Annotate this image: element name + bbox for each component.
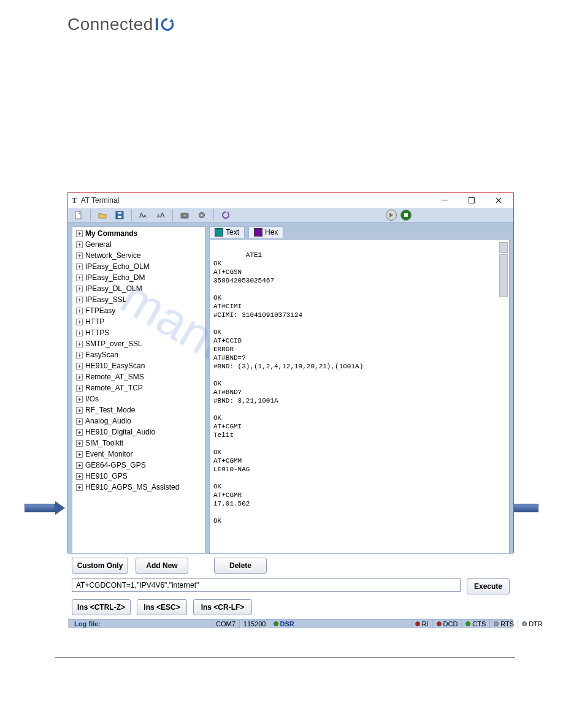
expand-icon[interactable] [76,440,83,447]
expand-icon[interactable] [76,308,83,314]
svg-point-13 [201,214,202,216]
scrollbar-thumb[interactable] [499,254,508,297]
svg-rect-5 [118,212,121,214]
tree-item[interactable]: HE910_AGPS_MS_Assisted [72,482,205,493]
tree-item[interactable]: General [72,239,205,250]
expand-icon[interactable] [76,275,83,281]
open-button[interactable] [96,208,109,222]
status-baud: 115200 [239,620,270,628]
tree-item[interactable]: HE910_Digital_Audio [72,427,205,438]
tree-item[interactable]: SMTP_over_SSL [72,338,205,349]
execute-button[interactable]: Execute [467,578,510,594]
svg-point-11 [183,214,186,218]
expand-icon[interactable] [76,385,83,392]
expand-icon[interactable] [76,407,83,414]
stop-button[interactable] [400,210,412,221]
font-larger-icon: AA [139,210,148,220]
save-button[interactable] [113,208,126,222]
tree-item[interactable]: IPEasy_SSL [72,294,205,305]
led-icon [494,621,499,626]
tree-item[interactable]: I/Os [72,393,205,404]
expand-icon[interactable] [76,374,83,381]
play-button[interactable] [386,210,397,221]
tree-item[interactable]: SIM_Toolkit [72,438,205,449]
maximize-button[interactable] [458,193,485,208]
close-button[interactable] [485,193,512,208]
tree-item-label: SMTP_over_SSL [85,339,142,349]
tree-item[interactable]: Event_Monitor [72,449,205,460]
tab-hex-swatch [254,228,262,237]
expand-icon[interactable] [76,451,83,458]
tree-item[interactable]: RF_Test_Mode [72,404,205,415]
terminal-text: ATE1 OK AT+CGSN 358942053025467 OK AT#CI… [213,251,363,525]
status-signal-label: DSR [280,620,294,628]
font-smaller-button[interactable]: AA [154,208,167,222]
expand-icon[interactable] [76,418,83,425]
snapshot-button[interactable] [178,208,191,222]
terminal-output[interactable]: ATE1 OK AT+CGSN 358942053025467 OK AT#CI… [209,239,510,554]
command-input[interactable] [72,578,461,592]
expand-icon[interactable] [76,252,83,259]
tree-item-label: Remote_AT_SMS [85,372,144,382]
status-signal-label: RI [422,620,429,628]
tree-item[interactable]: Analog_Audio [72,415,205,427]
delete-button[interactable]: Delete [214,558,267,574]
add-new-button[interactable]: Add New [136,558,188,574]
tree-item[interactable]: Remote_AT_SMS [72,371,205,382]
tree-item[interactable]: My Commands [72,228,205,239]
tree-item-label: Event_Monitor [85,449,132,459]
expand-icon[interactable] [76,462,83,469]
tree-buttons-row: Custom Only Add New Delete [68,554,513,577]
close-icon [496,197,502,203]
expand-icon[interactable] [76,341,83,347]
reload-button[interactable] [219,208,232,222]
ins-crlf-button[interactable]: Ins <CR-LF> [193,599,252,615]
custom-only-button[interactable]: Custom Only [72,558,128,574]
ins-esc-button[interactable]: Ins <ESC> [137,599,187,615]
expand-icon[interactable] [76,363,83,370]
tree-item[interactable]: IPEasy_DL_OLM [72,283,205,294]
tree-item[interactable]: HE910_GPS [72,471,205,482]
settings-button[interactable] [195,208,209,222]
refresh-brand-icon [159,17,175,32]
tab-text[interactable]: Text [209,226,245,238]
expand-icon[interactable] [76,396,83,403]
tree-item[interactable]: GE864-GPS_GPS [72,460,205,471]
expand-icon[interactable] [76,241,83,248]
font-larger-button[interactable]: AA [137,208,150,222]
expand-icon[interactable] [76,352,83,358]
ins-ctrlz-button[interactable]: Ins <CTRL-Z> [72,599,131,615]
open-folder-icon [98,210,107,220]
minimize-button[interactable] [431,193,458,208]
svg-text:A: A [160,211,165,219]
tree-item[interactable]: IPEasy_Echo_DM [72,272,205,283]
scrollbar-up-icon[interactable] [499,242,508,253]
expand-icon[interactable] [76,484,83,491]
status-dtr: DTR [518,620,546,628]
tree-item[interactable]: FTPEasy [72,305,205,316]
tree-item[interactable]: IPEasy_Echo_OLM [72,261,205,272]
expand-icon[interactable] [76,429,83,436]
tree-item-label: IPEasy_DL_OLM [85,284,142,294]
tree-item-label: HTTPS [85,328,109,338]
tab-text-label: Text [226,228,239,237]
save-icon [115,210,124,220]
tree-item[interactable]: Remote_AT_TCP [72,382,205,393]
expand-icon[interactable] [76,297,83,303]
tree-item[interactable]: Network_Service [72,250,205,261]
tree-item[interactable]: HE910_EasyScan [72,360,205,371]
expand-icon[interactable] [76,286,83,292]
insert-row: Ins <CTRL-Z> Ins <ESC> Ins <CR-LF> [68,597,513,619]
expand-icon[interactable] [76,319,83,325]
expand-icon[interactable] [76,230,83,237]
status-signal-label: RTS [500,620,514,628]
tree-item[interactable]: EasyScan [72,349,205,360]
tree-item[interactable]: HTTPS [72,327,205,338]
tab-hex[interactable]: Hex [248,226,283,238]
expand-icon[interactable] [76,473,83,480]
expand-icon[interactable] [76,264,83,270]
new-file-button[interactable] [72,208,85,222]
command-tree[interactable]: My CommandsGeneralNetwork_ServiceIPEasy_… [72,226,205,554]
tree-item[interactable]: HTTP [72,316,205,327]
expand-icon[interactable] [76,330,83,336]
